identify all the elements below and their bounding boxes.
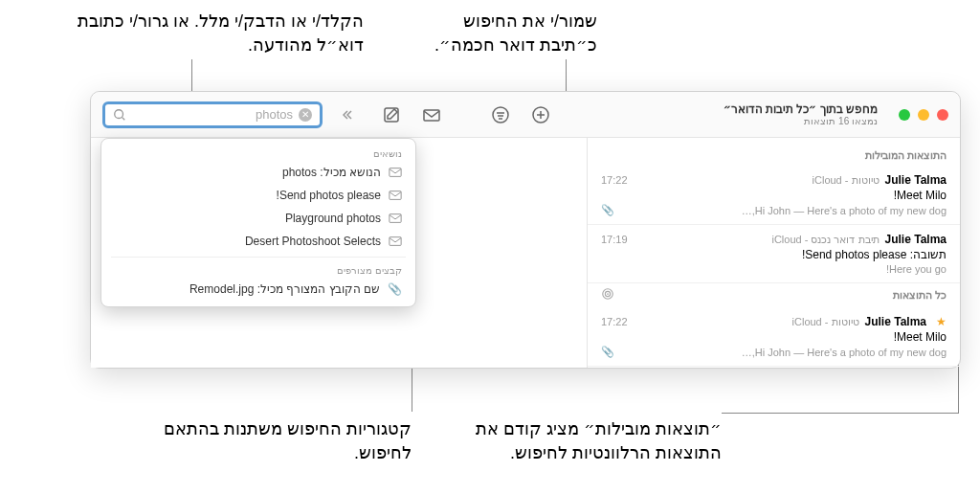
message-time: 17:22 [601,316,628,327]
toolbar [382,105,550,124]
window-controls [899,109,948,121]
message-sender: Julie Talma [865,315,926,328]
mail-button[interactable] [422,105,441,124]
titlebar: מחפש בתוך ״כל תיבות הדואר״ נמצאו 16 תוצא… [91,92,960,138]
search-suggestions-dropdown: נושאים הנושא מכיל: photos Send photos pl… [100,138,416,307]
message-preview: Hi John — Here's a photo of my new dog,… [742,347,947,358]
svg-line-10 [122,117,125,120]
suggestion-item[interactable]: Playground photos [101,207,415,230]
message-subject: Meet Milo! [601,189,947,202]
attachment-icon: 📎 [601,204,614,216]
message-sender: Julie Talma [885,173,947,187]
share-icon[interactable] [601,287,614,303]
suggestion-item[interactable]: Send photos please! [101,184,415,207]
filter-button[interactable] [491,105,510,124]
message-preview: Hi John — Here's a photo of my new dog,… [742,205,947,216]
window-subtitle: נמצאו 16 תוצאות [724,116,878,126]
clear-search-button[interactable]: ✕ [299,108,312,122]
title-block: מחפש בתוך ״כל תיבות הדואר״ נמצאו 16 תוצא… [724,102,878,126]
svg-point-3 [493,107,508,123]
message-folder: טיוטות - iCloud [792,316,859,328]
suggestion-item[interactable]: 📎 שם הקובץ המצורף מכיל: Remodel.jpg [101,278,415,301]
search-field[interactable]: photos ✕ [102,101,323,128]
divider [111,257,406,258]
suggestion-item[interactable]: הנושא מכיל: photos [101,161,415,184]
search-input-text[interactable]: photos [132,107,293,122]
dropdown-section-attachments: קבצים מצורפים [101,261,415,278]
svg-point-13 [607,293,609,295]
callout-text: הקלד/י או הדבק/י מלל. או גרור/י כתובת דו… [57,10,364,57]
message-item[interactable]: Julie Talma טיוטות - iCloud 17:22 Meet M… [588,166,960,225]
message-folder: טיוטות - iCloud [813,174,880,187]
overflow-chevrons-icon[interactable] [340,108,353,122]
attachment-icon: 📎 [388,282,402,296]
callout-text: קטגוריות החיפוש משתנות בהתאם לחיפוש. [124,417,412,465]
callout-text: ״תוצאות מובילות״ מציג קודם את התוצאות הר… [425,417,722,465]
message-item[interactable]: ★ Julie Talma טיוטות - iCloud 17:22 Meet… [588,307,960,367]
suggestion-text: שם הקובץ המצורף מכיל: Remodel.jpg [189,282,380,296]
message-subject: תשובה: Send photos please! [601,248,947,261]
suggestion-text: Playground photos [285,212,381,225]
message-sender: Julie Talma [885,233,947,246]
svg-rect-14 [390,168,401,177]
callout-text: שמור/י את החיפוש כ״תיבת דואר חכמה״. [406,10,597,57]
envelope-icon [389,167,402,178]
zoom-window-button[interactable] [899,109,910,121]
svg-rect-16 [390,214,401,223]
message-time: 17:19 [601,234,628,245]
attachment-icon: 📎 [601,346,614,358]
svg-rect-17 [390,237,401,246]
message-time: 17:22 [601,174,628,186]
close-window-button[interactable] [937,109,948,121]
search-icon [113,108,126,122]
envelope-icon [389,236,402,247]
message-folder: תיבת דואר נכנס - iCloud [771,234,879,246]
suggestion-text: Send photos please! [277,189,381,202]
svg-rect-15 [390,191,401,200]
window-title: מחפש בתוך ״כל תיבות הדואר״ [724,102,878,116]
add-smart-mailbox-button[interactable] [531,105,550,124]
suggestion-text: הנושא מכיל: photos [282,166,381,179]
star-icon: ★ [936,315,947,328]
message-subject: Meet Milo! [601,330,947,344]
section-all-results: כל התוצאות [588,283,960,307]
minimize-window-button[interactable] [918,109,929,121]
dropdown-section-subjects: נושאים [101,145,415,161]
message-list: התוצאות המובילות Julie Talma טיוטות - iC… [587,138,960,368]
compose-button[interactable] [382,105,401,124]
callout-line [722,413,959,414]
section-top-hits: התוצאות המובילות [588,146,960,166]
message-item[interactable]: Julie Talma תיבת דואר נכנס - iCloud 17:1… [588,225,960,283]
mail-window: מחפש בתוך ״כל תיבות הדואר״ נמצאו 16 תוצא… [90,91,961,369]
svg-rect-7 [424,110,439,121]
suggestion-text: Desert Photoshoot Selects [245,235,381,248]
envelope-icon [389,213,402,224]
suggestion-item[interactable]: Desert Photoshoot Selects [101,230,415,253]
svg-point-9 [115,109,123,118]
envelope-icon [389,190,402,201]
message-preview: Here you go! [886,263,947,275]
